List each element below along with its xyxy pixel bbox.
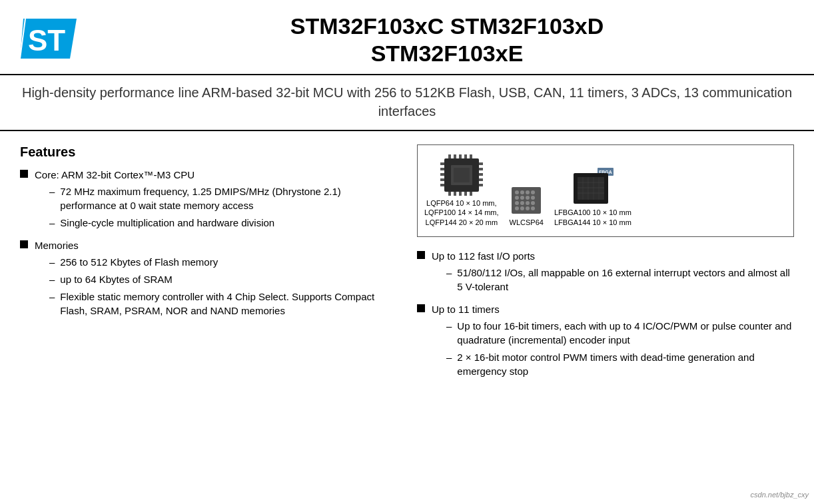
svg-rect-46	[578, 177, 604, 200]
svg-point-29	[526, 190, 530, 194]
svg-rect-22	[464, 192, 467, 196]
chip-lqfp-item: LQFP64 10 × 10 mm,LQFP100 14 × 14 mm,LQF…	[424, 154, 499, 227]
svg-point-31	[515, 196, 519, 200]
svg-rect-4	[440, 162, 444, 165]
dash-icon: –	[446, 350, 452, 364]
svg-point-42	[531, 206, 535, 210]
svg-rect-10	[479, 168, 483, 170]
dash-icon: –	[446, 266, 452, 280]
svg-rect-23	[470, 192, 472, 196]
content-area: Features Core: ARM 32-bit Cortex™-M3 CPU…	[0, 131, 814, 393]
bullet-icon	[417, 251, 425, 259]
svg-rect-19	[448, 192, 451, 196]
sub-item-ios: – 51/80/112 I/Os, all mappable on 16 ext…	[446, 266, 794, 294]
feature-memories: Memories – 256 to 512 Kbytes of Flash me…	[20, 238, 397, 321]
right-feature-list: Up to 112 fast I/O ports – 51/80/112 I/O…	[417, 249, 794, 381]
chip-wlcsp-svg	[510, 186, 542, 215]
bullet-icon	[417, 304, 425, 312]
sub-text-16bit-timers: Up to four 16-bit timers, each with up t…	[457, 319, 794, 347]
chip-wlcsp-item: WLCSP64	[510, 186, 544, 227]
svg-text:ST: ST	[28, 24, 65, 57]
chip-wlcsp-label: WLCSP64	[510, 218, 544, 227]
bullet-icon	[20, 240, 28, 248]
svg-point-28	[520, 190, 524, 194]
dash-icon: –	[49, 290, 55, 304]
sub-text-sram: up to 64 Kbytes of SRAM	[60, 272, 172, 286]
svg-point-35	[515, 201, 519, 205]
svg-rect-5	[440, 168, 444, 170]
title-area: STM32F103xC STM32F103xD STM32F103xE	[100, 13, 794, 67]
io-sub-list: – 51/80/112 I/Os, all mappable on 16 ext…	[432, 266, 794, 294]
sub-text-fsmc: Flexible static memory controller with 4…	[60, 290, 397, 318]
chip-lqfp-label: LQFP64 10 × 10 mm,LQFP100 14 × 14 mm,LQF…	[424, 198, 499, 227]
sub-text-ios: 51/80/112 I/Os, all mappable on 16 exter…	[457, 266, 794, 294]
svg-rect-7	[440, 178, 444, 181]
logo-area: ST	[20, 12, 80, 67]
chip-lfbga-label: LFBGA100 10 × 10 mmLFBGA144 10 × 10 mm	[554, 208, 631, 227]
features-heading: Features	[20, 144, 397, 160]
header: ST STM32F103xC STM32F103xD STM32F103xE	[0, 0, 814, 75]
core-sub-list: – 72 MHz maximum frequency, 1.25 DMIPS/M…	[35, 184, 397, 230]
feature-core-label: Core: ARM 32-bit Cortex™-M3 CPU	[35, 169, 195, 180]
chip-box: LQFP64 10 × 10 mm,LQFP100 14 × 14 mm,LQF…	[417, 144, 794, 237]
dash-icon: –	[49, 216, 55, 230]
dash-icon: –	[49, 184, 55, 198]
svg-rect-6	[440, 173, 444, 176]
feature-io-label: Up to 112 fast I/O ports	[432, 250, 535, 262]
svg-rect-12	[479, 178, 483, 181]
feature-memories-label: Memories	[35, 240, 79, 251]
st-logo: ST	[20, 12, 80, 65]
svg-point-38	[531, 201, 535, 205]
main-title: STM32F103xC STM32F103xD STM32F103xE	[100, 13, 794, 67]
sub-item-frequency: – 72 MHz maximum frequency, 1.25 DMIPS/M…	[49, 184, 397, 212]
dash-icon: –	[49, 255, 55, 269]
sub-item-16bit-timers: – Up to four 16-bit timers, each with up…	[446, 319, 794, 347]
left-feature-list: Core: ARM 32-bit Cortex™-M3 CPU – 72 MHz…	[20, 168, 397, 321]
sub-item-fsmc: – Flexible static memory controller with…	[49, 290, 397, 318]
svg-rect-14	[448, 154, 451, 158]
feature-core: Core: ARM 32-bit Cortex™-M3 CPU – 72 MHz…	[20, 168, 397, 233]
svg-point-36	[520, 201, 524, 205]
sub-item-sram: – up to 64 Kbytes of SRAM	[49, 272, 397, 286]
svg-rect-11	[479, 173, 483, 176]
sub-text-frequency: 72 MHz maximum frequency, 1.25 DMIPS/MHz…	[60, 184, 397, 212]
sub-text-motor-pwm: 2 × 16-bit motor control PWM timers with…	[457, 350, 794, 378]
svg-rect-17	[464, 154, 467, 158]
sub-text-multiplication: Single-cycle multiplication and hardware…	[60, 216, 274, 230]
feature-io: Up to 112 fast I/O ports – 51/80/112 I/O…	[417, 249, 794, 297]
feature-timers: Up to 11 timers – Up to four 16-bit time…	[417, 302, 794, 381]
svg-rect-21	[459, 192, 462, 196]
sub-text-flash: 256 to 512 Kbytes of Flash memory	[60, 255, 218, 269]
bullet-icon	[20, 170, 28, 178]
svg-rect-16	[459, 154, 462, 158]
svg-rect-18	[470, 154, 472, 158]
svg-point-41	[526, 206, 530, 210]
timers-sub-list: – Up to four 16-bit timers, each with up…	[432, 319, 794, 378]
svg-rect-25	[454, 168, 470, 182]
dash-icon: –	[49, 272, 55, 286]
chip-lqfp-svg	[439, 154, 484, 196]
svg-point-39	[515, 206, 519, 210]
svg-rect-15	[454, 154, 456, 158]
svg-point-27	[515, 190, 519, 194]
sub-item-multiplication: – Single-cycle multiplication and hardwa…	[49, 216, 397, 230]
svg-point-30	[531, 190, 535, 194]
subtitle-text: High-density performance line ARM-based …	[20, 83, 794, 121]
watermark: csdn.net/bjbz_cxy	[751, 491, 809, 499]
chip-lfbga-svg: FBGA	[572, 168, 613, 205]
svg-rect-20	[454, 192, 456, 196]
feature-timers-label: Up to 11 timers	[432, 304, 500, 315]
svg-point-33	[526, 196, 530, 200]
svg-rect-8	[440, 184, 444, 186]
left-column: Features Core: ARM 32-bit Cortex™-M3 CPU…	[20, 144, 397, 387]
chip-lfbga-item: FBGA LFBGA100 10 × 10 m	[554, 168, 631, 227]
svg-rect-9	[479, 162, 483, 165]
memories-sub-list: – 256 to 512 Kbytes of Flash memory – up…	[35, 255, 397, 318]
dash-icon: –	[446, 319, 452, 333]
subtitle-bar: High-density performance line ARM-based …	[0, 75, 814, 131]
svg-point-32	[520, 196, 524, 200]
svg-point-34	[531, 196, 535, 200]
chip-images-row: LQFP64 10 × 10 mm,LQFP100 14 × 14 mm,LQF…	[424, 154, 787, 227]
right-column: LQFP64 10 × 10 mm,LQFP100 14 × 14 mm,LQF…	[417, 144, 794, 387]
svg-point-40	[520, 206, 524, 210]
